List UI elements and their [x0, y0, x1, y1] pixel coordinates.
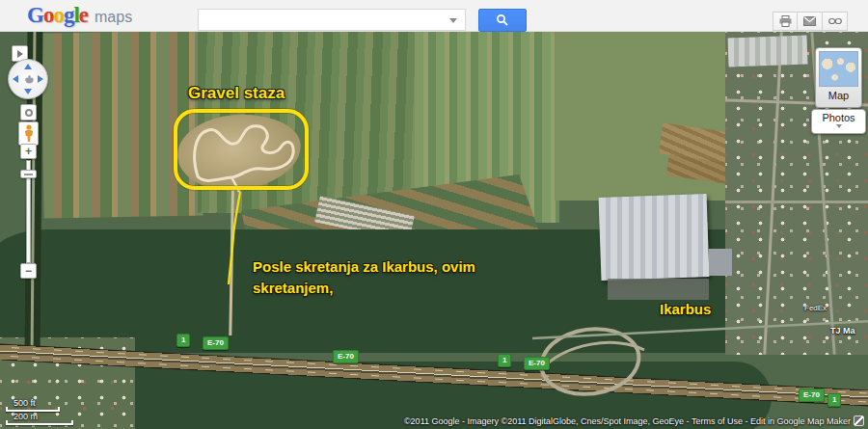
- photos-layer-button[interactable]: Photos: [811, 109, 866, 134]
- maps-wordmark: maps: [95, 9, 132, 26]
- attribution-separator: -: [743, 416, 750, 426]
- street: [763, 32, 783, 355]
- direction-note: Posle skretanja za Ikarbus, ovim skretan…: [253, 256, 475, 299]
- email-icon: [803, 16, 816, 26]
- header-tools: [773, 12, 848, 31]
- ikarbus-factory-roof: [599, 194, 710, 281]
- google-maps-window: Google maps: [0, 0, 868, 429]
- pegman-button[interactable]: [18, 121, 39, 146]
- handle-grip: [24, 174, 33, 175]
- attribution-separator: -: [684, 416, 692, 426]
- map-type-button[interactable]: Map: [815, 47, 862, 108]
- direction-note-line1: Posle skretanja za Ikarbus, ovim: [253, 256, 475, 278]
- top-bar: Google maps: [0, 0, 868, 32]
- route-shield: 1: [176, 334, 190, 347]
- pan-up-icon[interactable]: [24, 64, 32, 69]
- google-maps-logo[interactable]: Google maps: [27, 3, 132, 28]
- route-shield: E-70: [333, 350, 359, 363]
- copyright-text: ©2011 Google - Imagery ©2011 DigitalGlob…: [404, 416, 684, 426]
- pan-right-icon[interactable]: [38, 75, 43, 83]
- print-button[interactable]: [773, 12, 798, 31]
- print-icon: [779, 15, 792, 27]
- pegman-icon: [23, 124, 35, 144]
- circle-icon: [25, 109, 33, 117]
- bus-depot-roof: [728, 36, 808, 67]
- factory-annex: [709, 249, 732, 276]
- chevron-right-icon: [17, 50, 23, 58]
- pan-control[interactable]: [8, 59, 48, 99]
- ikarbus-label: Ikarbus: [660, 301, 711, 317]
- scale-metric-bar: [6, 420, 73, 425]
- link-button[interactable]: [823, 12, 848, 31]
- pan-left-icon[interactable]: [13, 75, 18, 83]
- gravel-staza-label: Gravel staza: [188, 84, 285, 103]
- logo-letter: o: [53, 3, 64, 27]
- link-icon: [828, 17, 842, 25]
- route-shield: 1: [827, 393, 841, 407]
- logo-letter: g: [64, 3, 74, 27]
- direction-note-line2: skretanjem,: [253, 278, 475, 299]
- email-button[interactable]: [798, 12, 823, 31]
- zoom-in-button[interactable]: +: [20, 144, 37, 159]
- route-shield: E-70: [524, 357, 550, 370]
- reset-view-button[interactable]: [20, 104, 37, 121]
- route-shield: 1: [498, 354, 511, 367]
- route-shield: E-70: [203, 336, 229, 350]
- map-viewport[interactable]: Gravel staza Posle skretanja za Ikarbus,…: [0, 32, 868, 429]
- zoom-out-button[interactable]: −: [20, 263, 37, 279]
- logo-letter: o: [43, 3, 54, 27]
- map-type-label: Map: [819, 90, 858, 101]
- road-label: TJ Ma: [830, 326, 855, 335]
- factory-yard: [608, 279, 709, 300]
- pan-hand-icon: [22, 73, 36, 86]
- logo-letter: e: [79, 3, 88, 27]
- fedex-label: FedEx: [804, 304, 827, 312]
- logo-letter: G: [27, 3, 43, 27]
- world-map-thumbnail: [819, 51, 858, 87]
- terms-of-use-link[interactable]: Terms of Use: [692, 416, 743, 426]
- google-logo-word: Google: [27, 3, 88, 28]
- search-input[interactable]: [203, 11, 444, 29]
- chevron-down-icon: [836, 124, 842, 128]
- photos-label: Photos: [812, 112, 865, 123]
- mapmaker-icon[interactable]: [854, 416, 864, 426]
- search-box: [198, 9, 466, 31]
- street: [725, 201, 868, 203]
- search-button[interactable]: [478, 9, 527, 32]
- edit-map-maker-link[interactable]: Edit in Google Map Maker: [750, 416, 851, 426]
- gravel-highlight-box: [174, 109, 309, 190]
- search-icon: [496, 13, 509, 27]
- search-dropdown-icon[interactable]: [449, 18, 457, 23]
- zoom-slider-handle[interactable]: [20, 170, 37, 178]
- route-shield: E-70: [799, 389, 825, 402]
- attribution-bar: ©2011 Google - Imagery ©2011 DigitalGlob…: [404, 416, 851, 426]
- pan-down-icon[interactable]: [24, 89, 32, 94]
